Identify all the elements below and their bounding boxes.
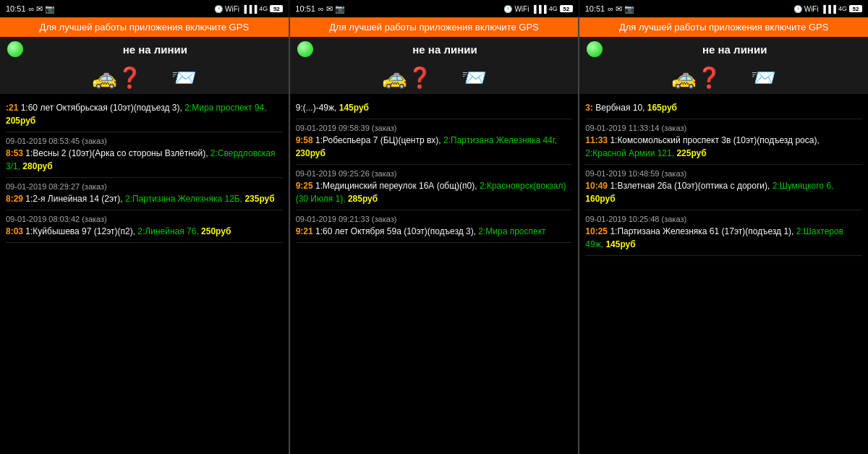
envelope-icon-3[interactable]: 📨	[751, 66, 776, 90]
order-1-2: 09-01-2019 08:29:27 (заказ) 8:29 1:2-я Л…	[6, 178, 283, 210]
price-2-1: 230руб	[296, 148, 326, 158]
clock-icon-1: 🕐	[214, 5, 223, 13]
status-bar: 10:51 ∞ ✉ 📷 🕐 WiFi ▐▐▐ 4G 52 10:51 ∞ ✉ 📷…	[0, 0, 868, 17]
envelope-icon-1[interactable]: 📨	[171, 66, 197, 90]
ordertext-1-3: 8:03 1:Куйбышева 97 (12эт)(п2), 2:Линейн…	[6, 225, 283, 238]
battery-2: 52	[560, 5, 573, 12]
timestamp-2-2: 09-01-2019 09:25:26 (заказ)	[296, 169, 573, 178]
price-3-3: 145руб	[605, 239, 635, 249]
order-2-2: 09-01-2019 09:25:26 (заказ) 9:25 1:Медиц…	[296, 165, 573, 210]
time-highlight-3-2: 10:49	[585, 181, 610, 191]
addr2-3-2: 2:Шумяцкого 6,	[773, 181, 834, 191]
status-label-1: не на линии	[29, 43, 281, 56]
cut-price-1: 205руб	[6, 116, 35, 126]
cut-price-3: 165руб	[647, 103, 677, 113]
cut-time-3: 3:	[585, 103, 593, 113]
icons-row-3: 🚕❓ 📨	[579, 61, 868, 94]
envelope-icon-2[interactable]: 📨	[461, 66, 487, 90]
order-3-1: 09-01-2019 11:33:14 (заказ) 11:33 1:Комс…	[585, 119, 862, 165]
price-1-2: 235руб	[244, 194, 274, 204]
header-1: не на линии	[0, 37, 289, 61]
price-1-3: 250руб	[201, 226, 231, 236]
cut-addr1-1: 1:60 лет Октябрьская (10эт)(подъезд 3),	[21, 103, 182, 113]
addr1-3-1: 1:Комсомольский проспект 3в (10эт)(подъе…	[610, 135, 819, 145]
timestamp-3-3: 09-01-2019 10:25:48 (заказ)	[585, 215, 862, 223]
addr2-2-1: 2:Партизана Железняка 44г,	[443, 135, 557, 145]
status-right-3: 🕐 WiFi ▐▐▐ 4G 52	[793, 5, 862, 13]
status-left-2: 10:51 ∞ ✉ 📷	[295, 4, 345, 14]
signal-1: ▐▐▐	[242, 5, 257, 13]
timestamp-1-1: 09-01-2019 08:53:45 (заказ)	[6, 137, 283, 145]
addr1-1-1: 1:Весны 2 (10эт)(Арка со стороны Взлётно…	[25, 148, 210, 158]
screen-1: Для лучшей работы приложения включите GP…	[0, 17, 290, 454]
car-question-icon-3[interactable]: 🚕❓	[671, 66, 722, 90]
4g-1: 4G	[259, 5, 268, 12]
timestamp-2-3: 09-01-2019 09:21:33 (заказ)	[296, 215, 573, 223]
time-highlight-2-2: 9:25	[296, 181, 315, 191]
orders-list-1[interactable]: :21 1:60 лет Октябрьская (10эт)(подъезд …	[0, 94, 289, 454]
header-2: не на линии	[290, 37, 579, 61]
car-question-icon-2[interactable]: 🚕❓	[382, 66, 433, 90]
status-label-2: не на линии	[319, 43, 571, 56]
status-right-2: 🕐 WiFi ▐▐▐ 4G 52	[503, 5, 572, 13]
icons-1: ∞ ✉ 📷	[29, 4, 56, 14]
order-3-2: 09-01-2019 10:48:59 (заказ) 10:49 1:Взле…	[585, 165, 862, 210]
time-3: 10:51	[585, 4, 605, 13]
gps-banner-3: Для лучшей работы приложения включите GP…	[579, 17, 868, 37]
ordertext-1-1: 8:53 1:Весны 2 (10эт)(Арка со стороны Вз…	[6, 147, 283, 173]
ordertext-2-1: 9:58 1:Робеспьера 7 (БЦ)(центр вх), 2:Па…	[296, 134, 573, 160]
status-indicator-1	[7, 41, 23, 57]
addr1-2-3: 1:60 лет Октября 59а (10эт)(подъезд 3),	[315, 226, 478, 236]
addr1-2-1: 1:Робеспьера 7 (БЦ)(центр вх),	[315, 135, 443, 145]
cut-order-3: 3: Вербная 10, 165руб	[585, 97, 862, 119]
addr2-1-3: 2:Линейная 76,	[137, 226, 198, 236]
gps-banner-1: Для лучшей работы приложения включите GP…	[0, 17, 289, 37]
timestamp-1-2: 09-01-2019 08:29:27 (заказ)	[6, 182, 283, 191]
clock-icon-3: 🕐	[793, 5, 802, 13]
order-2-3: 09-01-2019 09:21:33 (заказ) 9:21 1:60 ле…	[296, 210, 573, 243]
order-1-3: 09-01-2019 08:03:42 (заказ) 8:03 1:Куйбы…	[6, 210, 283, 243]
status-label-3: не на линии	[608, 43, 861, 56]
timestamp-3-1: 09-01-2019 11:33:14 (заказ)	[585, 124, 862, 132]
battery-3: 52	[849, 5, 862, 12]
addr2-1-2: 2:Партизана Железняка 12Б,	[125, 194, 242, 204]
cut-addr1-3: Вербная 10,	[595, 103, 644, 113]
status-left-3: 10:51 ∞ ✉ 📷	[585, 4, 635, 14]
time-highlight-2-3: 9:21	[296, 226, 315, 236]
icons-3: ∞ ✉ 📷	[608, 4, 634, 14]
timestamp-2-1: 09-01-2019 09:58:39 (заказ)	[296, 124, 573, 132]
icons-2: ∞ ✉ 📷	[318, 4, 345, 14]
order-2-1: 09-01-2019 09:58:39 (заказ) 9:58 1:Робес…	[296, 119, 573, 165]
status-panel-1: 10:51 ∞ ✉ 📷 🕐 WiFi ▐▐▐ 4G 52	[0, 0, 289, 17]
status-panel-3: 10:51 ∞ ✉ 📷 🕐 WiFi ▐▐▐ 4G 52	[579, 0, 868, 17]
header-3: не на линии	[579, 37, 868, 61]
cut-price-2: 145руб	[339, 103, 369, 113]
ordertext-2-3: 9:21 1:60 лет Октября 59а (10эт)(подъезд…	[296, 225, 573, 238]
ordertext-1-2: 8:29 1:2-я Линейная 14 (2эт), 2:Партизан…	[6, 192, 283, 205]
time-2: 10:51	[295, 4, 315, 13]
price-3-1: 225руб	[676, 148, 706, 158]
signal-2: ▐▐▐	[531, 5, 546, 13]
ordertext-2-2: 9:25 1:Медицинский переулок 16А (общ)(п0…	[296, 179, 573, 205]
time-highlight-3-3: 10:25	[585, 226, 610, 236]
cut-order-1: :21 1:60 лет Октябрьская (10эт)(подъезд …	[6, 97, 283, 132]
cut-order-2: 9:(...)-49ж, 145руб	[296, 97, 573, 119]
orders-list-3[interactable]: 3: Вербная 10, 165руб 09-01-2019 11:33:1…	[579, 94, 868, 454]
car-question-icon-1[interactable]: 🚕❓	[92, 66, 142, 90]
cut-addr2-1: 2:Мира проспект 94,	[184, 103, 266, 113]
addr2-2-3: 2:Мира проспект	[478, 226, 545, 236]
status-right-1: 🕐 WiFi ▐▐▐ 4G 52	[214, 5, 283, 13]
time-highlight-1-1: 8:53	[6, 148, 25, 158]
screen-2: Для лучшей работы приложения включите GP…	[290, 17, 580, 454]
orders-list-2[interactable]: 9:(...)-49ж, 145руб 09-01-2019 09:58:39 …	[290, 94, 579, 454]
addr1-1-3: 1:Куйбышева 97 (12эт)(п2),	[25, 226, 137, 236]
wifi-icon-3: WiFi	[804, 5, 819, 13]
cut-text-1: :21 1:60 лет Октябрьская (10эт)(подъезд …	[6, 101, 283, 127]
time-highlight-1-3: 8:03	[6, 226, 25, 236]
order-3-3: 09-01-2019 10:25:48 (заказ) 10:25 1:Парт…	[585, 210, 862, 256]
ordertext-3-3: 10:25 1:Партизана Железняка 61 (17эт)(по…	[585, 225, 862, 251]
addr1-1-2: 1:2-я Линейная 14 (2эт),	[25, 194, 125, 204]
gps-banner-2: Для лучшей работы приложения включите GP…	[290, 17, 579, 37]
cut-addr1-2: 9:(...)-49ж,	[296, 103, 337, 113]
timestamp-1-3: 09-01-2019 08:03:42 (заказ)	[6, 215, 283, 223]
